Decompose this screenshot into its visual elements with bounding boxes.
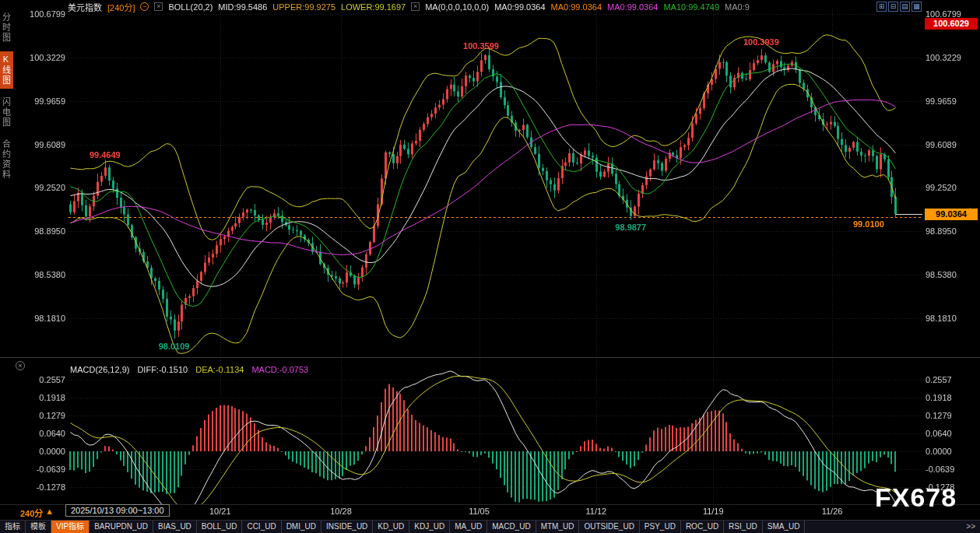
macd-y-axis-label: 0.0000 (926, 447, 952, 456)
main-y-axis-label: 98.8950 (23, 226, 65, 236)
window-layout-icon-1[interactable]: ⊞ (876, 2, 887, 12)
main-y-axis-label: 99.6089 (926, 140, 957, 149)
toolbar-item-4[interactable]: BIAS_UD (153, 521, 197, 533)
main-y-axis-label: 98.5380 (23, 270, 65, 279)
macd-diff-value: DIFF:-0.1510 (137, 365, 188, 374)
main-y-axis-label: 100.6799 (23, 9, 65, 19)
ma-value: MA0:99.0364 (551, 2, 602, 12)
chart-header: 美元指数 [240分] − × BOLL(20,2) MID:99.5486 U… (68, 1, 750, 12)
toolbar-item-12[interactable]: MACD_UD (487, 521, 536, 533)
sidebar-item-lightning-chart[interactable]: 闪电图 (0, 94, 13, 131)
toolbar-item-0[interactable]: 指标 (0, 521, 26, 533)
toolbar-item-6[interactable]: CCI_UD (242, 521, 281, 533)
window-layout-icon-3[interactable]: ▤ (900, 2, 910, 12)
boll-params-label: BOLL(20,2) (168, 2, 213, 12)
sidebar-item-contract-info[interactable]: 合约资料 (0, 136, 13, 183)
toolbar-item-8[interactable]: INSIDE_UD (321, 521, 373, 533)
toolbar-item-11[interactable]: MA_UD (450, 521, 487, 533)
remove-boll-indicator-icon[interactable]: × (154, 2, 163, 11)
toolbar-item-17[interactable]: RSI_UD (724, 521, 763, 533)
price-annotation: 100.3939 (734, 37, 789, 47)
main-y-axis-label: 98.1810 (926, 314, 957, 323)
main-y-axis-label: 99.2520 (926, 183, 957, 192)
x-axis-date-label: 11/19 (696, 507, 730, 516)
last-price-tag: 99.0364 (925, 209, 978, 220)
main-y-axis-label: 99.2520 (23, 183, 65, 192)
macd-y-axis-label: 0.2557 (23, 375, 65, 384)
main-y-axis-label: 99.9659 (23, 96, 65, 106)
toolbar-item-14[interactable]: OUTSIDE_UD (579, 521, 639, 533)
price-annotation: 100.3599 (454, 41, 508, 51)
macd-y-axis-label: 0.1918 (23, 393, 65, 402)
macd-y-axis-label: 0.1279 (23, 411, 65, 420)
macd-value: MACD:-0.0753 (251, 365, 308, 374)
dropdown-triangle-icon: ▲ (45, 507, 54, 519)
ma-value: MA10:99.4749 (663, 2, 719, 12)
macd-y-axis-label: 0.1918 (926, 393, 952, 402)
remove-ma-indicator-icon[interactable]: × (411, 2, 420, 11)
boll-mid-value: MID:99.5486 (218, 2, 267, 12)
macd-y-axis-label: -0.0639 (926, 465, 954, 474)
macd-y-axis-label: 0.2557 (926, 375, 952, 384)
main-y-axis-label: 100.3229 (926, 53, 961, 62)
boll-lower-value: LOWER:99.1697 (341, 2, 406, 12)
x-axis-date-label: 11/12 (579, 507, 613, 516)
toolbar-item-7[interactable]: DMI_UD (282, 521, 321, 533)
main-y-axis-label: 98.5380 (926, 270, 957, 279)
boll-upper-value: UPPER:99.9275 (272, 2, 335, 12)
window-layout-icon-4[interactable]: ▩ (912, 2, 922, 12)
toolbar-item-3[interactable]: BARUPDN_UD (90, 521, 153, 533)
bottom-toolbar: 指标模板VIP指标BARUPDN_UDBIAS_UDBOLL_UDCCI_UDD… (0, 520, 980, 533)
main-y-axis-label: 98.1810 (23, 314, 65, 323)
toolbar-item-13[interactable]: MTM_UD (536, 521, 580, 533)
price-annotation: 99.0100 (841, 219, 896, 229)
toolbar-item-16[interactable]: ROC_UD (681, 521, 724, 533)
chart-type-sidebar: 分时图 K线图 闪电图 合约资料 (0, 9, 12, 183)
toolbar-item-9[interactable]: KD_UD (373, 521, 409, 533)
main-y-axis-label: 100.3229 (23, 53, 65, 62)
x-axis-date-label: 10/28 (324, 507, 358, 516)
period-selector-label: 240分 (20, 507, 43, 519)
macd-header: MACD(26,12,9) DIFF:-0.1510 DEA:-0.1134 M… (70, 365, 308, 374)
price-annotation: 98.0109 (147, 342, 202, 351)
macd-y-axis-label: 0.0000 (23, 447, 65, 456)
main-y-axis-label: 98.8950 (926, 226, 957, 236)
macd-y-axis-label: -0.0639 (23, 465, 65, 474)
time-range-box: 2025/10/13 09:00~13:00 (65, 504, 170, 517)
main-y-axis-label: 99.9659 (926, 96, 957, 106)
x-axis-date-label: 10/21 (203, 507, 237, 516)
macd-panel-close-icon[interactable]: × (16, 361, 25, 370)
toolbar-item-5[interactable]: BOLL_UD (197, 521, 243, 533)
period-selector[interactable]: 240分 ▲ (20, 507, 54, 519)
kline-chart-canvas[interactable] (0, 0, 980, 533)
sidebar-item-kline-chart[interactable]: K线图 (0, 51, 13, 89)
toolbar-item-10[interactable]: KDJ_UD (409, 521, 450, 533)
macd-y-axis-label: -0.1278 (23, 482, 65, 492)
price-annotation: 99.4649 (78, 150, 132, 160)
high-price-tag: 100.6029 (925, 18, 978, 30)
toolbar-item-1[interactable]: 模板 (26, 521, 51, 533)
toolbar-item-2[interactable]: VIP指标 (51, 521, 90, 533)
period-label: [240分] (107, 1, 135, 12)
symbol-name: 美元指数 (68, 1, 102, 12)
macd-dea-value: DEA:-0.1134 (195, 365, 244, 374)
macd-params-label: MACD(26,12,9) (70, 365, 129, 374)
toolbar-item-19[interactable]: >> (961, 521, 980, 533)
macd-y-axis-label: 0.0640 (23, 429, 65, 438)
ma-params-label: MA(0,0,0,10,0,0) (425, 2, 489, 12)
macd-y-axis-label: 0.0640 (926, 429, 952, 438)
macd-y-axis-label: 0.1279 (926, 411, 952, 420)
ma-value: MA0:99.0364 (607, 2, 658, 12)
x-axis-date-label: 11/26 (815, 507, 849, 516)
zoom-out-icon[interactable]: − (140, 2, 149, 11)
ma-value: MA0:99.0364 (494, 2, 545, 12)
sidebar-item-time-chart[interactable]: 分时图 (0, 9, 13, 46)
window-layout-icon-2[interactable]: ⊟ (888, 2, 898, 12)
toolbar-item-18[interactable]: SMA_UD (763, 521, 806, 533)
ma-values: MA0:99.0364MA0:99.0364MA0:99.0364MA10:99… (494, 2, 750, 12)
toolbar-item-15[interactable]: PSY_UD (640, 521, 681, 533)
main-y-axis-label: 99.6089 (23, 140, 65, 149)
window-controls: ⊞⊟▤▩ (876, 2, 922, 12)
x-axis-date-label: 11/05 (462, 507, 497, 516)
ma-value: MA0:9 (725, 2, 750, 12)
